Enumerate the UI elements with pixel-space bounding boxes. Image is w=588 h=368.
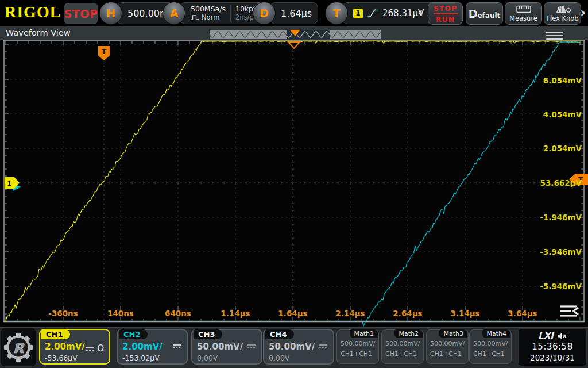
x-axis-label: 3.64µs (498, 309, 547, 318)
impedance-icon: Ω (98, 343, 104, 354)
x-axis-label: 2.14µs (326, 309, 374, 318)
math2-scale: 500.00mV/ (385, 340, 420, 347)
y-axis-label: -3.946mV (530, 247, 582, 257)
y-axis-label: 53.662µV (530, 178, 582, 188)
rigol-gear-logo[interactable]: R (1, 328, 36, 366)
system-time: 15:36:58 (519, 342, 586, 352)
top-toolbar: RIGOL STOP H 500.00ns/ A 500MSa/s Norm (0, 0, 588, 26)
waveform-navigator-strip[interactable] (210, 30, 381, 39)
graticule-area[interactable]: T 1 T 6.054mV4.054mV2.054mV53.662µV-1.94… (0, 40, 588, 327)
acquisition-group[interactable]: A 500MSa/s Norm 10kpts 2ns/pt (163, 2, 266, 24)
channel-box-ch2[interactable]: CH2 2.00mV/ -153.02µV (117, 329, 188, 365)
logo-letter: R (13, 340, 25, 356)
delay-value[interactable]: 1.64µs (270, 2, 318, 24)
ch3-offset: 0.00V (197, 354, 218, 362)
ch4-offset: 0.00V (269, 354, 289, 362)
trigger-values[interactable]: 1 268.31µV A (342, 2, 440, 24)
stop-label: STOP (434, 4, 457, 13)
y-axis-label: 2.054mV (530, 143, 582, 154)
flex-knob-label: Flex Knob (546, 14, 578, 22)
y-axis-label: -1.946mV (530, 212, 582, 223)
math2-tab: Math2 (394, 329, 423, 338)
toolbar-scroll-left[interactable]: ‹ (417, 5, 423, 21)
horizontal-reference-marker[interactable] (288, 42, 300, 48)
speaker-muted-icon (557, 332, 567, 340)
math-box-math1[interactable]: Math1 500.00mV/ CH1+CH1 (336, 329, 379, 364)
ch1-offset: -53.66µV (45, 354, 78, 362)
rising-edge-icon (366, 8, 379, 18)
rigol-logo: RIGOL (5, 3, 61, 21)
svg-text:1: 1 (7, 180, 11, 187)
measure-label: Measure (509, 14, 537, 22)
math4-tab: Math4 (482, 329, 510, 338)
system-info-box[interactable]: LXI 15:36:58 2023/10/31 (519, 329, 586, 366)
dc-coupling-icon (319, 343, 328, 350)
y-axis-label: -5.946mV (530, 281, 582, 292)
math1-tab: Math1 (350, 329, 378, 338)
x-axis-label: 2.64µs (384, 309, 432, 318)
knob-icon (554, 5, 572, 13)
default-initial: D (469, 7, 478, 20)
default-button[interactable]: D efault (466, 2, 503, 25)
sample-rate: 500MSa/s (191, 5, 226, 13)
math-box-math2[interactable]: Math2 500.00mV/ CH1+CH1 (381, 329, 424, 364)
y-axis-label: 6.054mV (530, 75, 582, 86)
trigger-position-pendant[interactable]: T (98, 46, 110, 60)
stop-run-divider (434, 13, 458, 14)
ch2-offset: -153.02µV (122, 354, 160, 362)
run-label: RUN (436, 15, 455, 24)
pulse-wave-icon (191, 14, 199, 21)
run-state-indicator[interactable]: STOP (64, 3, 98, 24)
acquisition-mode: Norm (202, 13, 219, 22)
y-axis-label: 4.054mV (530, 109, 582, 120)
channel-box-ch3[interactable]: CH3 50.00mV/ 0.00V (191, 329, 262, 365)
ch2-scale: 2.00mV/ (122, 342, 163, 352)
x-axis-label: -360ns (39, 309, 87, 318)
x-axis-label: 140ns (96, 309, 145, 318)
math2-expression: CH1+CH1 (385, 350, 417, 358)
svg-text:T: T (102, 47, 107, 56)
toolbar-scroll-right[interactable]: › (580, 5, 586, 21)
delay-group[interactable]: D 1.64µs (253, 2, 318, 24)
math3-expression: CH1+CH1 (430, 350, 462, 358)
horizontal-knob[interactable]: H (99, 2, 122, 25)
ch3-tab: CH3 (194, 329, 222, 339)
dc-coupling-icon (172, 343, 181, 350)
ch1-tab: CH1 (41, 329, 70, 339)
trigger-knob[interactable]: T (325, 2, 348, 25)
channel-box-ch1[interactable]: CH1 2.00mV/ Ω -53.66µV (39, 329, 110, 365)
ch2-tab: CH2 (119, 329, 148, 339)
ch1-scale: 2.00mV/ (45, 342, 85, 352)
waveform-canvas: T 1 T (0, 40, 588, 327)
trigger-source-badge: 1 (353, 9, 363, 18)
math4-scale: 500.00mV/ (473, 340, 508, 347)
view-title: Waveform View (6, 28, 71, 37)
collapse-results-icon[interactable] (559, 304, 583, 322)
ch4-scale: 50.00mV/ (269, 342, 315, 352)
dc-coupling-icon (247, 343, 256, 350)
dc-coupling-icon (86, 346, 95, 352)
math3-scale: 500.00mV/ (430, 340, 465, 347)
delay-knob[interactable]: D (253, 2, 276, 25)
measure-button[interactable]: Measure (505, 2, 542, 25)
math1-scale: 500.00mV/ (341, 340, 375, 347)
math-box-math4[interactable]: Math4 500.00mV/ CH1+CH1 (469, 329, 512, 364)
ch3-scale: 50.00mV/ (197, 342, 243, 352)
acquisition-knob[interactable]: A (163, 2, 185, 25)
math4-expression: CH1+CH1 (473, 350, 505, 358)
math-box-math3[interactable]: Math3 500.00mV/ CH1+CH1 (426, 329, 469, 364)
stop-run-button[interactable]: STOP RUN (428, 2, 463, 25)
default-rest: efault (477, 12, 500, 20)
x-axis-label: 1.14µs (211, 309, 260, 318)
x-axis-label: 3.14µs (441, 309, 489, 318)
system-date: 2023/10/31 (519, 353, 586, 362)
flex-knob-button[interactable]: Flex Knob (544, 2, 581, 25)
oscilloscope-screen: RIGOL STOP H 500.00ns/ A 500MSa/s Norm (0, 0, 588, 368)
math1-expression: CH1+CH1 (341, 350, 372, 358)
x-axis-label: 640ns (154, 309, 202, 318)
ruler-icon (516, 5, 531, 13)
ch4-tab: CH4 (265, 329, 294, 339)
channel-box-ch4[interactable]: CH4 50.00mV/ 0.00V (263, 329, 334, 365)
x-axis-label: 1.64µs (269, 309, 317, 318)
lxi-logo: LXI (538, 331, 554, 341)
